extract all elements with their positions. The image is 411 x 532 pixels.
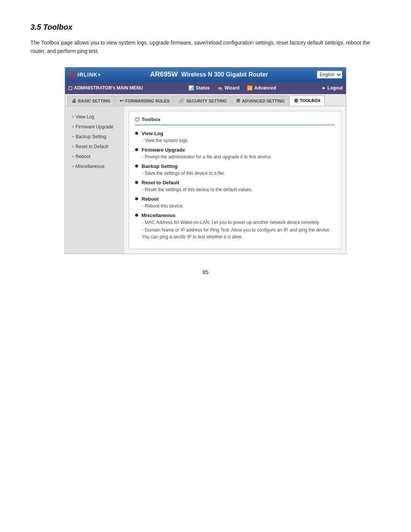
nav-main-menu[interactable]: ▢ ADMINISTRATOR's MAIN MENU <box>68 85 143 91</box>
router-logo: A IRLINK+ <box>69 70 101 80</box>
section-backup-setting-desc: - Save the settings of this device to a … <box>142 170 335 177</box>
bullet-dot-icon <box>135 197 138 200</box>
section-reset-to-default-desc: - Reset the settings of this device to t… <box>142 186 335 193</box>
content-box-title-text: Toolbox <box>142 117 161 122</box>
sidebar-item-reboot[interactable]: » Reboot <box>65 152 124 161</box>
nav-logout-label: Logout <box>327 85 343 91</box>
language-selector[interactable]: English <box>317 71 342 78</box>
nav-status[interactable]: 📊 Status <box>188 85 210 91</box>
bullet-icon: » <box>72 154 74 158</box>
basic-setting-icon: 🖨 <box>72 98 76 104</box>
router-main: ▢ Toolbox View Log - View the system log… <box>124 106 346 254</box>
tab-toolbox[interactable]: ⚙ TOOLBOX <box>290 96 325 106</box>
section-miscellaneous-desc2: - Domain Name or IP address for Ping Tes… <box>142 227 335 240</box>
tab-basic-setting[interactable]: 🖨 BASIC SETTING <box>67 96 115 105</box>
section-view-log-label: View Log <box>142 131 163 136</box>
section-miscellaneous-desc1: - MAC Address for Wake-on-LAN: Let you t… <box>142 219 335 226</box>
tab-advanced-setting[interactable]: ⚙ ADVANCED SETTING <box>232 96 289 105</box>
bullet-icon: » <box>72 134 74 139</box>
section-backup-setting-label: Backup Setting <box>142 163 178 169</box>
section-reset-to-default-heading: Reset to Default <box>135 180 335 185</box>
logo-a-icon: A <box>69 70 76 80</box>
sidebar-item-view-log[interactable]: » View Log <box>65 112 124 122</box>
content-box-title: ▢ Toolbox <box>135 117 335 125</box>
page-title: 3.5 Toolbox <box>30 23 381 32</box>
section-reset-to-default: Reset to Default - Reset the settings of… <box>135 180 335 193</box>
wizard-icon: 🧙 <box>217 85 223 91</box>
section-view-log-desc: - View the system logs. <box>142 137 335 144</box>
tab-security-setting[interactable]: 🔗 SECURITY SETTING <box>174 96 231 105</box>
bullet-icon: » <box>72 164 74 168</box>
section-miscellaneous-label: Miscellaneous <box>142 212 175 218</box>
nav-advanced-label: Advanced <box>254 85 276 91</box>
tab-advanced-setting-label: ADVANCED SETTING <box>242 99 285 103</box>
nav-wizard-label: Wizard <box>225 85 239 91</box>
section-reboot-heading: Reboot <box>135 196 335 202</box>
section-view-log: View Log - View the system logs. <box>135 131 335 144</box>
router-body: » View Log » Firmware Upgrade » Backup S… <box>65 106 346 254</box>
sidebar-reboot-label: Reboot <box>76 154 91 159</box>
section-backup-setting-heading: Backup Setting <box>135 163 335 169</box>
status-icon: 📊 <box>188 85 194 91</box>
bullet-dot-icon <box>135 181 138 184</box>
router-model: AR695W <box>150 70 178 78</box>
tab-forwarding-rules[interactable]: ↩ FORWARDING RULES <box>115 96 174 105</box>
section-miscellaneous: Miscellaneous - MAC Address for Wake-on-… <box>135 212 335 240</box>
tab-basic-setting-label: BASIC SETTING <box>78 99 110 103</box>
router-sidebar: » View Log » Firmware Upgrade » Backup S… <box>65 106 124 254</box>
forwarding-rules-icon: ↩ <box>119 98 124 104</box>
nav-logout[interactable]: ► Logout <box>322 85 343 91</box>
section-firmware-upgrade: Firmware Upgrade - Prompt the administra… <box>135 147 335 160</box>
section-reboot-label: Reboot <box>142 196 159 202</box>
sidebar-backup-setting-label: Backup Setting <box>76 134 107 139</box>
section-firmware-upgrade-label: Firmware Upgrade <box>142 147 185 153</box>
router-subtitle: Wireless N 300 Gigabit Router <box>181 71 268 78</box>
page-number: 85 <box>202 269 209 275</box>
tab-toolbox-label: TOOLBOX <box>300 98 320 103</box>
monitor-icon: ▢ <box>68 85 72 91</box>
sidebar-item-backup-setting[interactable]: » Backup Setting <box>65 132 124 142</box>
sidebar-view-log-label: View Log <box>76 114 94 120</box>
section-reboot: Reboot - Reboot this device. <box>135 196 335 209</box>
router-header: A IRLINK+ AR695W Wireless N 300 Gigabit … <box>65 67 346 82</box>
content-box: ▢ Toolbox View Log - View the system log… <box>129 111 341 249</box>
sidebar-firmware-upgrade-label: Firmware Upgrade <box>76 124 113 129</box>
logo-irlink-text: IRLINK+ <box>78 72 101 78</box>
bullet-icon: » <box>72 125 74 129</box>
router-tabs: 🖨 BASIC SETTING ↩ FORWARDING RULES 🔗 SEC… <box>65 94 346 106</box>
nav-advanced[interactable]: 📶 Advanced <box>247 85 276 91</box>
section-firmware-upgrade-desc: - Prompt the administrator for a file an… <box>142 153 335 160</box>
bullet-dot-icon <box>135 214 138 217</box>
router-nav: ▢ ADMINISTRATOR's MAIN MENU 📊 Status 🧙 W… <box>65 82 346 94</box>
sidebar-item-reset-to-default[interactable]: » Reset to Default <box>65 142 124 152</box>
advanced-setting-icon: ⚙ <box>236 98 241 104</box>
toolbox-icon: ⚙ <box>294 98 298 104</box>
sidebar-item-firmware-upgrade[interactable]: » Firmware Upgrade <box>65 122 124 132</box>
sidebar-item-miscellaneous[interactable]: » Miscellaneous <box>65 161 124 171</box>
security-setting-icon: 🔗 <box>178 98 185 104</box>
nav-status-label: Status <box>196 85 210 91</box>
tab-security-setting-label: SECURITY SETTING <box>186 99 226 103</box>
section-reboot-desc: - Reboot this device. <box>142 203 335 209</box>
section-reset-to-default-label: Reset to Default <box>142 180 179 185</box>
page-description: The Toolbox page allows you to view syst… <box>30 38 381 56</box>
section-firmware-upgrade-heading: Firmware Upgrade <box>135 147 335 153</box>
tab-forwarding-rules-label: FORWARDING RULES <box>125 99 170 103</box>
bullet-dot-icon <box>135 132 138 135</box>
section-miscellaneous-heading: Miscellaneous <box>135 212 335 218</box>
section-view-log-heading: View Log <box>135 131 335 136</box>
section-backup-setting: Backup Setting - Save the settings of th… <box>135 163 335 177</box>
page-footer: 85 <box>30 269 381 275</box>
language-dropdown[interactable]: English <box>317 71 342 78</box>
router-frame: A IRLINK+ AR695W Wireless N 300 Gigabit … <box>65 67 346 254</box>
nav-wizard[interactable]: 🧙 Wizard <box>217 85 239 91</box>
sidebar-miscellaneous-label: Miscellaneous <box>76 164 105 169</box>
bullet-dot-icon <box>135 165 138 168</box>
toolbox-title-icon: ▢ <box>135 117 139 122</box>
advanced-icon: 📶 <box>247 85 253 91</box>
sidebar-reset-to-default-label: Reset to Default <box>76 144 108 149</box>
nav-center: 📊 Status 🧙 Wizard 📶 Advanced <box>188 85 276 91</box>
bullet-icon: » <box>72 115 74 119</box>
bullet-icon: » <box>72 144 74 149</box>
bullet-dot-icon <box>135 148 138 151</box>
